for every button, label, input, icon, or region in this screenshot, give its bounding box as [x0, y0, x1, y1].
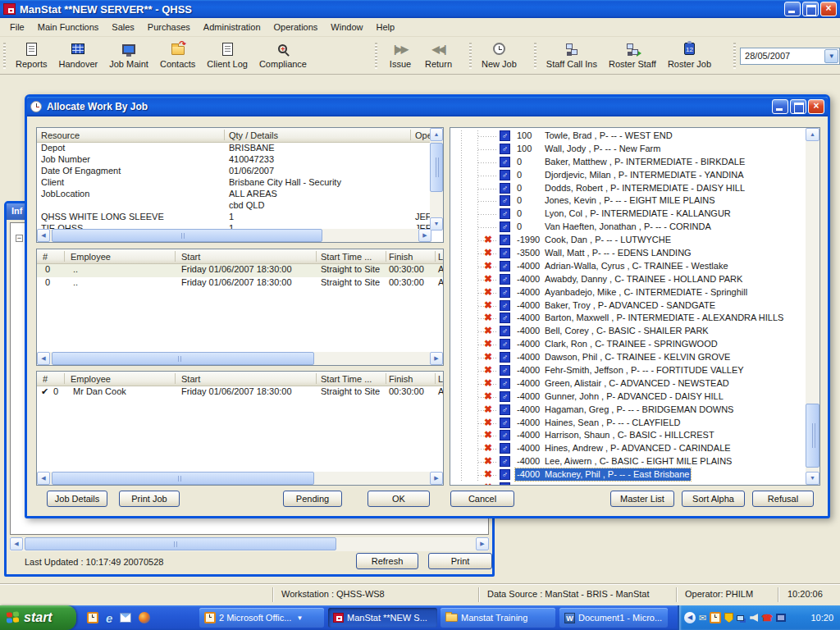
tray-display-icon[interactable]	[776, 614, 786, 622]
dialog-maximize-button[interactable]	[790, 99, 806, 114]
column-header-start[interactable]: Start	[181, 252, 200, 262]
resource-row[interactable]: JobLocationALL AREAS	[37, 189, 430, 200]
print-button[interactable]: Print	[428, 553, 492, 569]
column-header-l[interactable]: L	[438, 252, 443, 262]
internet-explorer-icon[interactable]: e	[106, 611, 112, 625]
scroll-left-icon[interactable]: ◀	[37, 472, 50, 485]
media-player-icon[interactable]	[139, 612, 150, 623]
dialog-close-button[interactable]: ×	[808, 99, 824, 114]
allocated-horizontal-scrollbar[interactable]: ◀ ▶	[37, 472, 443, 485]
column-header-finish[interactable]: Finish	[389, 374, 413, 384]
reports-button[interactable]: Reports	[10, 39, 53, 71]
scroll-up-icon[interactable]: ▲	[806, 128, 819, 141]
tray-phone-icon[interactable]: ☎	[761, 613, 773, 623]
scrollbar-thumb[interactable]	[25, 537, 336, 550]
column-header-employee[interactable]: Employee	[71, 252, 111, 262]
assign-row[interactable]: 0..Friday 01/06/2007 18:30:00Straight to…	[37, 264, 443, 277]
manstat-quicklaunch-icon[interactable]	[87, 612, 98, 623]
tray-mail-icon[interactable]: ✉	[699, 613, 706, 623]
pending-button[interactable]: Pending	[283, 491, 342, 507]
menu-administration[interactable]: Administration	[197, 20, 267, 34]
task-manstat-training-button[interactable]: Manstat Training	[441, 608, 555, 628]
staff-tree-item[interactable]: ♂100Wall, Jody , P- -- - New Farm	[450, 143, 819, 156]
column-header-start[interactable]: Start	[181, 374, 200, 384]
info-horizontal-scrollbar[interactable]: ◀ ▶	[10, 537, 489, 551]
staff-tree-item[interactable]: ✖♂-4000Awabdy, Danny , C- TRAINEE - HOLL…	[450, 273, 819, 286]
job-maint-button[interactable]: Job Maint	[103, 39, 154, 71]
staff-tree-item[interactable]: ✖♂-4000Fehr-Smith, Jeffson , P- -- - FOR…	[450, 364, 819, 377]
menu-operations[interactable]: Operations	[267, 20, 325, 34]
assign-horizontal-scrollbar[interactable]: ◀ ▶	[37, 352, 443, 365]
staff-tree-item[interactable]: ♂0Dodds, Robert , P- INTERMEDIATE - DAIS…	[450, 182, 819, 195]
scroll-left-icon[interactable]: ◀	[37, 352, 50, 365]
job-details-button[interactable]: Job Details	[47, 491, 107, 507]
staff-tree-item[interactable]: ♂0Lyon, Col , P- INTERMEDIATE - KALLANGU…	[450, 208, 819, 221]
date-combobox[interactable]: 28/05/2007 ▼	[740, 48, 840, 65]
staff-tree-item[interactable]: ✖♂-4000Bell, Corey , C- BASIC - SHAILER …	[450, 325, 819, 338]
column-header-employee[interactable]: Employee	[71, 374, 111, 384]
start-button[interactable]: start	[0, 605, 76, 630]
scroll-right-icon[interactable]: ▶	[418, 229, 431, 242]
staff-tree-item[interactable]: ♂100Towle, Brad , P- -- - WEST END	[450, 130, 819, 143]
resource-row[interactable]: Job Number410047233	[37, 154, 430, 166]
task-manstat-button[interactable]: ManStat **NEW S...	[328, 608, 437, 628]
column-header-l[interactable]: L	[438, 374, 443, 384]
resource-row[interactable]: ClientBrisbane City Hall - Security	[37, 177, 430, 189]
combo-dropdown-icon[interactable]: ▼	[824, 49, 838, 63]
new-job-button[interactable]: New Job	[476, 39, 523, 71]
roster-job-button[interactable]: 12 Roster Job	[662, 39, 717, 71]
scroll-left-icon[interactable]: ◀	[10, 537, 23, 550]
resource-row[interactable]: DepotBRISBANE	[37, 143, 430, 154]
scrollbar-thumb[interactable]	[430, 143, 443, 192]
sort-alpha-button[interactable]: Sort Alpha	[682, 491, 745, 507]
column-header-finish[interactable]: Finish	[389, 252, 413, 262]
refresh-button[interactable]: Refresh	[356, 553, 418, 569]
task-office-group-button[interactable]: 2 Microsoft Offic... ▼	[199, 608, 324, 628]
staff-tree-item[interactable]: ✖♂-4000Adrian-Walla, Cyrus , C- TRAINEE …	[450, 260, 819, 273]
staff-tree-item[interactable]: ✖♂-4000Baker, Troy , P- ADVANCED - SANDG…	[450, 299, 819, 313]
tray-security-shield-icon[interactable]	[724, 613, 733, 623]
resource-vertical-scrollbar[interactable]: ▲ ▼	[430, 128, 443, 231]
column-header-num[interactable]: #	[43, 252, 48, 262]
minimize-button[interactable]	[784, 2, 801, 16]
staff-tree-item[interactable]: ✖♂-4000Dawson, Phil , C- TRAINEE - KELVI…	[450, 351, 819, 364]
issue-button[interactable]: |▶▶ Issue	[381, 39, 419, 71]
staff-tree-item[interactable]: ✖♂-4000Barton, Maxwell , P- INTERMEDIATE…	[450, 312, 819, 325]
resource-horizontal-scrollbar[interactable]: ◀ ▶	[37, 229, 431, 242]
scrollbar-thumb[interactable]	[52, 352, 314, 365]
staff-tree-item[interactable]: ✖♂-1990Cook, Dan , P- -- - LUTWYCHE	[450, 234, 819, 247]
scroll-right-icon[interactable]: ▶	[430, 352, 443, 365]
dialog-minimize-button[interactable]	[772, 99, 788, 114]
scroll-down-icon[interactable]: ▼	[806, 472, 819, 485]
menu-main-functions[interactable]: Main Functions	[31, 20, 106, 34]
column-header-start-time[interactable]: Start Time ...	[321, 252, 372, 262]
staff-tree-item[interactable]: ✖♂	[450, 482, 819, 486]
tray-collapse-icon[interactable]: ◀	[684, 612, 696, 623]
scroll-right-icon[interactable]: ▶	[430, 472, 443, 485]
scroll-left-icon[interactable]: ◀	[37, 229, 50, 242]
staff-tree-item[interactable]: ♂0Baker, Matthew , P- INTERMEDIATE - BIR…	[450, 156, 819, 169]
allocated-row[interactable]: ✔0Mr Dan CookFriday 01/06/2007 18:30:00S…	[37, 386, 443, 399]
column-header-qty-details[interactable]: Qty / Details	[229, 130, 278, 140]
staff-tree-item[interactable]: ✖♂-4000Lee, Aiwern , C- BASIC - EIGHT MI…	[450, 455, 819, 468]
scrollbar-thumb[interactable]	[806, 404, 819, 468]
handover-button[interactable]: Handover	[53, 39, 104, 71]
staff-tree-item[interactable]: ✖♂-4000Haines, Sean , P- -- - CLAYFIELD	[450, 417, 819, 430]
refusal-button[interactable]: Refusal	[752, 491, 814, 507]
tray-volume-icon[interactable]	[750, 614, 758, 622]
staff-tree-item[interactable]: ✖♂-4000Harrison, Shaun , C- BASIC - HILL…	[450, 429, 819, 442]
menu-file[interactable]: File	[3, 20, 31, 34]
compliance-button[interactable]: + Compliance	[253, 39, 313, 71]
cancel-button[interactable]: Cancel	[450, 491, 514, 507]
resource-row[interactable]: QHSS WHITE LONG SLEEVE1JEFFSC	[37, 212, 430, 223]
staff-tree-item[interactable]: ✖♂-4000Gunner, John , P- ADVANCED - DAIS…	[450, 390, 819, 404]
staff-tree-item[interactable]: ♂0Djordjevic, Milan , P- INTERMEDIATE - …	[450, 169, 819, 182]
column-header-num[interactable]: #	[43, 374, 48, 384]
staff-tree-item[interactable]: ✖♂-3500Wall, Matt , P- -- - EDENS LANDIN…	[450, 247, 819, 260]
return-button[interactable]: ◀◀| Return	[419, 39, 458, 71]
ok-button[interactable]: OK	[368, 491, 430, 507]
column-header-resource[interactable]: Resource	[41, 130, 80, 140]
tree-expander-icon[interactable]: −	[16, 235, 23, 242]
scrollbar-thumb[interactable]	[52, 229, 322, 242]
resource-row[interactable]: cbd QLD	[37, 200, 430, 212]
